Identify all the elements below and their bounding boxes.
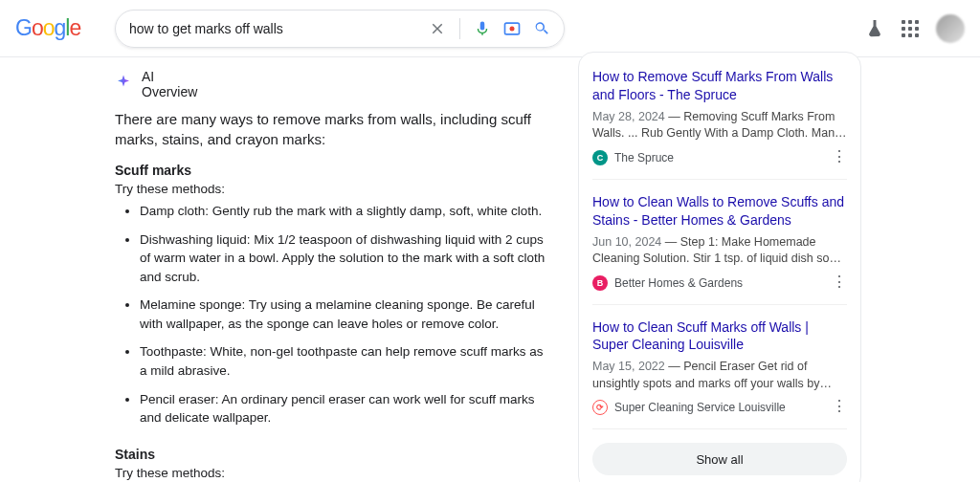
labs-icon[interactable] (865, 19, 884, 38)
ai-sparkle-icon (115, 74, 132, 95)
ai-overview: AI Overview ⌂ B ⟳ +4 ⋮ There are many wa… (115, 57, 546, 482)
show-all-button[interactable]: Show all (592, 443, 847, 475)
source-snippet: May 15, 2022 — Pencil Eraser Get rid of … (592, 359, 847, 392)
source-item: How to Remove Scuff Marks From Walls and… (592, 68, 847, 180)
section-heading: Scuff marks (115, 163, 546, 178)
source-menu-icon[interactable]: ⋮ (832, 273, 847, 291)
apps-icon[interactable] (902, 20, 919, 37)
list-item: Damp cloth: Gently rub the mark with a s… (140, 202, 546, 221)
voice-search-icon[interactable] (474, 20, 491, 37)
source-site[interactable]: C The Spruce (592, 150, 847, 165)
source-title[interactable]: How to Clean Scuff Marks off Walls | Sup… (592, 318, 847, 355)
section-stains: Stains Try these methods: Homemade clean… (115, 447, 546, 482)
source-item: How to Clean Walls to Remove Scuffs and … (592, 193, 847, 305)
section-scuff-marks: Scuff marks Try these methods: Damp clot… (115, 163, 546, 427)
image-search-icon[interactable] (502, 19, 522, 38)
search-input[interactable] (129, 21, 429, 36)
source-menu-icon[interactable]: ⋮ (832, 147, 847, 165)
source-site[interactable]: B Better Homes & Gardens (592, 275, 847, 291)
section-sub: Try these methods: (115, 466, 546, 480)
account-avatar[interactable] (936, 14, 965, 43)
section-heading: Stains (115, 447, 546, 462)
list-item: Melamine sponge: Try using a melamine cl… (140, 296, 546, 333)
source-favicon: C (592, 150, 608, 165)
source-title[interactable]: How to Clean Walls to Remove Scuffs and … (592, 193, 847, 230)
list-item: Dishwashing liquid: Mix 1/2 teaspoon of … (140, 230, 546, 287)
source-snippet: Jun 10, 2024 — Step 1: Make Homemade Cle… (592, 234, 847, 268)
source-menu-icon[interactable]: ⋮ (832, 397, 847, 415)
ai-lead-text: There are many ways to remove marks from… (115, 109, 546, 149)
source-favicon: ⟳ (592, 400, 608, 415)
source-favicon: B (592, 275, 608, 291)
source-item: How to Clean Scuff Marks off Walls | Sup… (592, 318, 847, 430)
method-list: Damp cloth: Gently rub the mark with a s… (115, 202, 546, 427)
clear-icon[interactable] (429, 20, 446, 37)
google-logo[interactable]: Google (15, 15, 92, 41)
search-bar[interactable] (115, 10, 565, 48)
source-site[interactable]: ⟳ Super Cleaning Service Louisville (592, 400, 847, 415)
ai-overview-label: AI Overview (142, 69, 197, 99)
header: Google (0, 0, 980, 57)
section-sub: Try these methods: (115, 182, 546, 196)
list-item: Pencil eraser: An ordinary pencil eraser… (140, 390, 546, 427)
source-title[interactable]: How to Remove Scuff Marks From Walls and… (592, 68, 847, 104)
sources-panel: How to Remove Scuff Marks From Walls and… (578, 52, 861, 482)
source-snippet: May 28, 2024 — Removing Scuff Marks From… (592, 109, 847, 142)
svg-point-1 (510, 26, 515, 31)
search-icon[interactable] (533, 20, 550, 37)
list-item: Toothpaste: White, non-gel toothpaste ca… (140, 342, 546, 380)
